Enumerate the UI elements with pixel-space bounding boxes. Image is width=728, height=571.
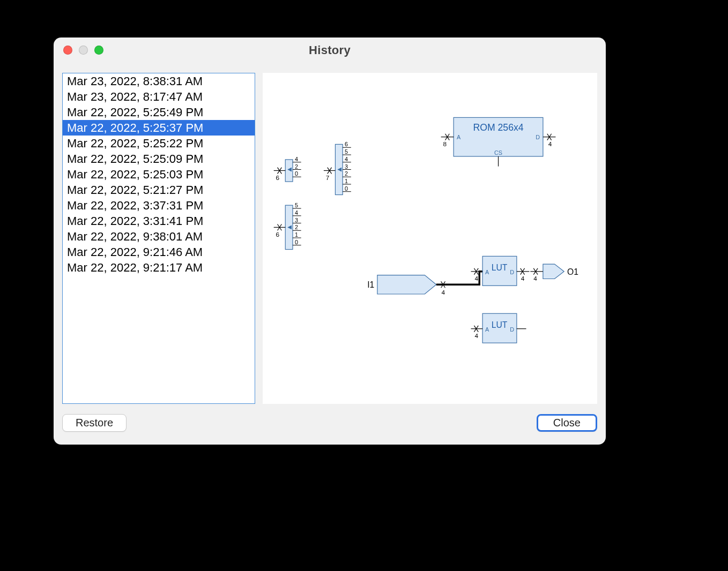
splitter-3: 6 5 4 3 2 1 0	[274, 202, 301, 249]
svg-text:2: 2	[295, 224, 298, 230]
history-list[interactable]: Mar 23, 2022, 8:38:31 AMMar 23, 2022, 8:…	[62, 73, 255, 404]
svg-text:A: A	[485, 326, 489, 333]
svg-text:7: 7	[326, 174, 330, 181]
svg-text:6: 6	[345, 141, 348, 147]
footer: Restore Close	[54, 408, 606, 445]
svg-text:4: 4	[295, 209, 298, 216]
titlebar: History	[54, 37, 606, 63]
svg-text:8: 8	[443, 140, 447, 147]
close-window-icon[interactable]	[63, 46, 72, 55]
history-item[interactable]: Mar 22, 2022, 3:31:41 PM	[63, 213, 255, 229]
window-controls	[63, 46, 103, 55]
svg-text:D: D	[536, 134, 540, 140]
svg-text:4: 4	[521, 275, 525, 282]
zoom-window-icon[interactable]	[94, 46, 103, 55]
svg-text:6: 6	[276, 231, 280, 238]
svg-text:3: 3	[345, 163, 348, 170]
svg-text:ROM 256x4: ROM 256x4	[473, 122, 523, 133]
svg-text:D: D	[510, 326, 514, 333]
svg-text:A: A	[485, 269, 489, 275]
splitter-1: 6 4 2 0	[274, 156, 301, 182]
svg-text:6: 6	[276, 174, 280, 181]
svg-text:3: 3	[295, 217, 298, 223]
svg-text:0: 0	[345, 185, 348, 192]
svg-text:0: 0	[295, 170, 298, 177]
circuit-preview: ROM 256x4 A D CS 8 4	[263, 73, 597, 404]
history-item[interactable]: Mar 22, 2022, 5:25:22 PM	[63, 136, 255, 151]
svg-text:4: 4	[442, 289, 445, 296]
history-window: History Mar 23, 2022, 8:38:31 AMMar 23, …	[54, 37, 606, 445]
svg-text:4: 4	[474, 275, 478, 282]
svg-text:4: 4	[474, 332, 478, 339]
svg-text:A: A	[457, 134, 461, 140]
history-item[interactable]: Mar 22, 2022, 5:21:27 PM	[63, 182, 255, 198]
rom-component: ROM 256x4 A D CS 8 4	[441, 117, 556, 166]
history-item[interactable]: Mar 22, 2022, 9:21:17 AM	[63, 260, 255, 275]
svg-text:2: 2	[295, 163, 298, 170]
svg-text:4: 4	[533, 275, 537, 282]
restore-button[interactable]: Restore	[62, 414, 127, 432]
history-item[interactable]: Mar 22, 2022, 3:37:31 PM	[63, 198, 255, 213]
history-item[interactable]: Mar 22, 2022, 5:25:49 PM	[63, 104, 255, 120]
history-item[interactable]: Mar 22, 2022, 5:25:09 PM	[63, 151, 255, 167]
svg-text:CS: CS	[494, 149, 502, 156]
minimize-window-icon[interactable]	[79, 46, 88, 55]
history-item[interactable]: Mar 22, 2022, 9:21:46 AM	[63, 244, 255, 260]
window-body: Mar 23, 2022, 8:38:31 AMMar 23, 2022, 8:…	[54, 63, 606, 408]
svg-text:4: 4	[295, 156, 298, 162]
splitter-2: 7 6 5 4 3 2 1 0	[324, 141, 351, 194]
svg-text:1: 1	[345, 178, 348, 184]
history-item[interactable]: Mar 23, 2022, 8:17:47 AM	[63, 89, 255, 104]
window-title: History	[309, 43, 351, 57]
lut-2-component: LUT A D 4	[471, 313, 526, 343]
history-item[interactable]: Mar 22, 2022, 5:25:37 PM	[63, 120, 255, 136]
circuit-canvas: ROM 256x4 A D CS 8 4	[263, 73, 597, 404]
svg-text:5: 5	[295, 202, 298, 208]
history-item[interactable]: Mar 22, 2022, 9:38:01 AM	[63, 229, 255, 244]
svg-text:0: 0	[295, 239, 298, 245]
svg-text:I1: I1	[367, 280, 374, 289]
history-item[interactable]: Mar 23, 2022, 8:38:31 AM	[63, 73, 255, 89]
svg-text:D: D	[510, 269, 514, 275]
svg-text:O1: O1	[567, 267, 578, 276]
output-pin-o1: O1 4	[530, 264, 578, 282]
svg-text:LUT: LUT	[492, 320, 508, 329]
svg-text:4: 4	[548, 140, 552, 147]
svg-text:2: 2	[345, 170, 348, 177]
history-item[interactable]: Mar 22, 2022, 5:25:03 PM	[63, 167, 255, 182]
close-button[interactable]: Close	[537, 414, 597, 432]
svg-text:LUT: LUT	[492, 263, 508, 272]
svg-text:4: 4	[345, 156, 348, 162]
svg-text:1: 1	[295, 231, 298, 238]
svg-text:5: 5	[345, 148, 348, 155]
input-pin-i1: I1 4	[367, 272, 482, 296]
